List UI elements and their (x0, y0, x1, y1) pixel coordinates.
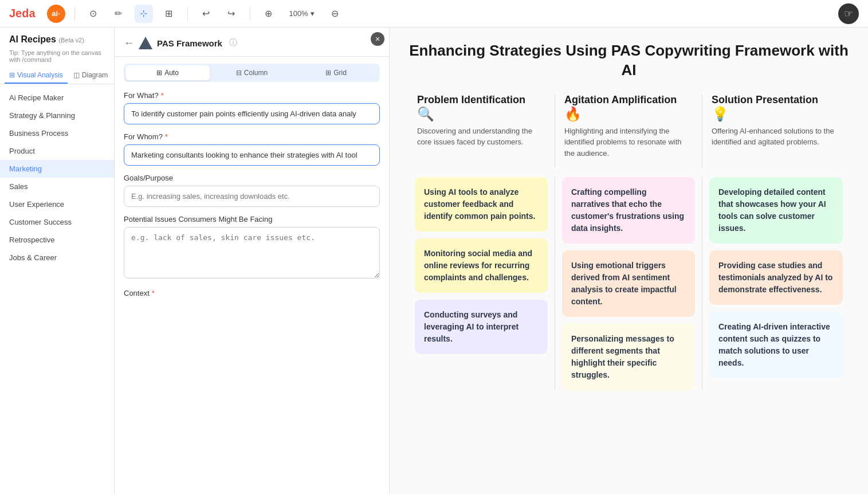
sidebar-item-marketing[interactable]: Marketing (0, 160, 114, 178)
for-what-input[interactable] (124, 103, 380, 124)
circle-tool[interactable]: ⊙ (84, 5, 103, 23)
panel-nav: Ai Recipe Maker Strategy & Planning Busi… (0, 84, 114, 494)
panel-tabs: ⊞ Visual Analysis ◫ Diagram ⊟ Wireframe … (0, 68, 114, 84)
center-panel: × ← PAS Framework ⓘ ⊞ Auto ⊟ Column ⊞ Gr… (115, 28, 390, 494)
sidebar-item-business-process[interactable]: Business Process (0, 124, 114, 142)
for-whom-label: For Whom? * (124, 132, 380, 141)
main-content: AI Recipes (Beta v2) Tip: Type anything … (0, 28, 868, 494)
solution-cards: Developing detailed content that showcas… (702, 177, 850, 390)
panel-title: AI Recipes (Beta v2) (9, 34, 105, 45)
panel-tip: Tip: Type anything on the canvas with /c… (0, 47, 114, 68)
form-body: For What? * For Whom? * Goals/Purpose (115, 87, 389, 494)
agitation-card-1: Crafting compelling narratives that echo… (562, 177, 695, 244)
zoom-value: 100% (289, 9, 308, 18)
columns-content: Using AI tools to analyze customer feedb… (408, 177, 850, 390)
sidebar-item-user-experience[interactable]: User Experience (0, 195, 114, 213)
form-title: PAS Framework (157, 38, 222, 48)
agitation-cards: Crafting compelling narratives that echo… (555, 177, 702, 390)
problem-cards: Using AI tools to analyze customer feedb… (408, 177, 555, 390)
context-group: Context * (124, 289, 380, 297)
required-star-3: * (152, 289, 155, 297)
sidebar-item-sales[interactable]: Sales (0, 178, 114, 195)
problem-card-3: Conducting surveys and leveraging AI to … (415, 300, 548, 354)
back-arrow-icon[interactable]: ← (124, 37, 134, 49)
layout-tabs: ⊞ Auto ⊟ Column ⊞ Grid (124, 64, 380, 82)
hand-tool[interactable]: ☞ (838, 3, 859, 24)
undo-button[interactable]: ↩ (197, 5, 215, 23)
cursor-tool[interactable]: ⊹ (135, 5, 153, 23)
layout-tab-auto[interactable]: ⊞ Auto (125, 65, 210, 80)
logo[interactable]: Jeda (9, 7, 36, 20)
goals-input[interactable] (124, 186, 380, 207)
context-label: Context * (124, 289, 380, 297)
left-panel: AI Recipes (Beta v2) Tip: Type anything … (0, 28, 115, 494)
tab-visual-analysis[interactable]: ⊞ Visual Analysis (5, 68, 68, 84)
panel-header: AI Recipes (Beta v2) (0, 28, 114, 47)
auto-icon: ⊞ (156, 69, 162, 77)
column-solution-header: Solution Presentation 💡 Offering AI-enha… (702, 94, 850, 168)
sidebar-item-retrospective[interactable]: Retrospective (0, 231, 114, 249)
sidebar-item-jobs-career[interactable]: Jobs & Career (0, 249, 114, 266)
sidebar-item-customer-success[interactable]: Customer Success (0, 213, 114, 231)
content-title: Enhancing Strategies Using PAS Copywriti… (408, 41, 850, 80)
problem-card-1: Using AI tools to analyze customer feedb… (415, 177, 548, 232)
visual-analysis-icon: ⊞ (9, 71, 15, 79)
framework-triangle-icon (139, 37, 152, 49)
ai-badge[interactable]: ai· (47, 5, 65, 23)
divider-2 (187, 7, 188, 21)
goals-group: Goals/Purpose (124, 174, 380, 207)
close-button[interactable]: × (371, 32, 384, 46)
columns-header: Problem Identification 🔍 Discovering and… (408, 94, 850, 168)
potential-issues-group: Potential Issues Consumers Might Be Faci… (124, 215, 380, 281)
tab-diagram[interactable]: ◫ Diagram (69, 68, 112, 84)
solution-card-2: Providing case studies and testimonials … (709, 250, 843, 305)
goals-label: Goals/Purpose (124, 174, 380, 182)
column-icon: ⊟ (236, 69, 242, 77)
agitation-card-3: Personalizing messages to different segm… (562, 324, 695, 390)
column-problem-header: Problem Identification 🔍 Discovering and… (408, 94, 555, 168)
right-content: Enhancing Strategies Using PAS Copywriti… (390, 28, 868, 494)
solution-card-1: Developing detailed content that showcas… (709, 177, 843, 244)
potential-issues-textarea[interactable] (124, 227, 380, 279)
zoom-control[interactable]: 100% ▾ (285, 7, 319, 20)
required-star: * (161, 91, 164, 100)
sidebar-item-product[interactable]: Product (0, 142, 114, 160)
form-header: ← PAS Framework ⓘ (115, 28, 389, 57)
zoom-out-button[interactable]: ⊖ (326, 5, 344, 23)
zoom-in-button[interactable]: ⊕ (260, 5, 278, 23)
agitation-card-2: Using emotional triggers derived from AI… (562, 250, 695, 317)
diagram-icon: ◫ (73, 71, 80, 79)
for-what-group: For What? * (124, 91, 380, 124)
problem-card-2: Monitoring social media and online revie… (415, 238, 548, 293)
for-what-label: For What? * (124, 91, 380, 100)
pencil-tool[interactable]: ✏ (109, 5, 128, 23)
toolbar: Jeda ai· ⊙ ✏ ⊹ ⊞ ↩ ↪ ⊕ 100% ▾ ⊖ ☞ (0, 0, 868, 28)
divider-3 (250, 7, 250, 21)
layout-tab-column[interactable]: ⊟ Column (210, 65, 294, 80)
sidebar-item-ai-recipe-maker[interactable]: Ai Recipe Maker (0, 89, 114, 107)
sidebar-item-strategy-planning[interactable]: Strategy & Planning (0, 107, 114, 124)
tab-wireframe[interactable]: ⊟ Wireframe (113, 68, 114, 84)
redo-button[interactable]: ↪ (222, 5, 241, 23)
for-whom-input[interactable] (124, 144, 380, 166)
grid-tool[interactable]: ⊞ (160, 5, 178, 23)
potential-issues-label: Potential Issues Consumers Might Be Faci… (124, 215, 380, 224)
for-whom-group: For Whom? * (124, 132, 380, 166)
solution-card-3: Creating AI-driven interactive content s… (709, 312, 843, 378)
column-agitation-header: Agitation Amplification 🔥 Highlighting a… (555, 94, 702, 168)
grid-icon: ⊞ (325, 69, 331, 77)
zoom-chevron-icon: ▾ (311, 9, 315, 18)
required-star-2: * (165, 132, 168, 141)
divider-1 (74, 7, 75, 21)
layout-tab-grid[interactable]: ⊞ Grid (294, 65, 378, 80)
info-icon[interactable]: ⓘ (229, 38, 237, 48)
